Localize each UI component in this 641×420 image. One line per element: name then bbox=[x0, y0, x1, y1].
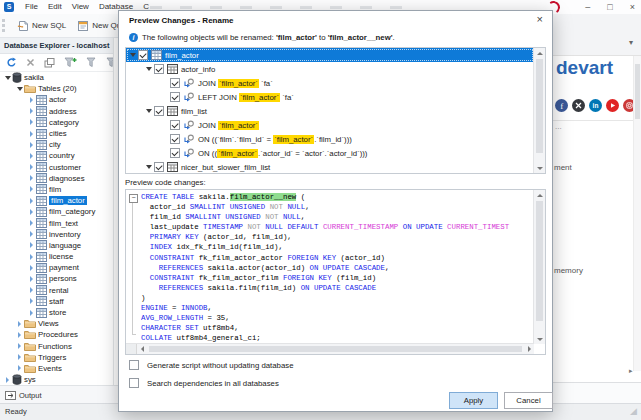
vertical-scrollbar[interactable] bbox=[533, 190, 545, 344]
expand-arrow-icon[interactable] bbox=[27, 220, 36, 226]
checkbox[interactable] bbox=[154, 106, 164, 116]
expand-arrow-icon[interactable] bbox=[128, 53, 137, 57]
expand-arrow-icon[interactable] bbox=[27, 287, 36, 293]
sidebar-item-language[interactable]: language bbox=[0, 240, 113, 251]
expand-arrow-icon[interactable] bbox=[27, 298, 36, 304]
sidebar-item-triggers[interactable]: Triggers bbox=[0, 352, 113, 363]
checkbox[interactable] bbox=[170, 148, 180, 158]
change-row[interactable]: LEFT JOIN `film_actor` `fa` bbox=[126, 90, 534, 104]
scroll-down-arrow-icon[interactable] bbox=[534, 334, 545, 344]
sidebar-item-procedures[interactable]: Procedures bbox=[0, 329, 113, 340]
expand-arrow-icon[interactable] bbox=[27, 175, 36, 181]
checkbox[interactable] bbox=[154, 162, 164, 172]
minimize-button[interactable]: – bbox=[585, 0, 590, 14]
expand-arrow-icon[interactable] bbox=[144, 165, 153, 169]
expand-arrow-icon[interactable] bbox=[15, 365, 24, 371]
expand-arrow-icon[interactable] bbox=[27, 254, 36, 260]
sidebar-item-staff[interactable]: staff bbox=[0, 296, 113, 307]
expand-arrow-icon[interactable] bbox=[15, 332, 24, 338]
checkbox[interactable] bbox=[154, 64, 164, 74]
sidebar-item-city[interactable]: city bbox=[0, 139, 113, 150]
expand-arrow-icon[interactable] bbox=[144, 109, 153, 113]
menu-item-view[interactable]: View bbox=[67, 0, 94, 14]
expand-arrow-icon[interactable] bbox=[27, 108, 36, 114]
change-row[interactable]: JOIN `film_actor` `fa` bbox=[126, 76, 534, 90]
sidebar-item-film-category[interactable]: film_category bbox=[0, 206, 113, 217]
filter-icon[interactable] bbox=[86, 57, 97, 68]
linkedin-icon[interactable]: in bbox=[589, 99, 602, 112]
checkbox[interactable] bbox=[170, 92, 180, 102]
toolbar-button-new-sql[interactable]: New SQL bbox=[17, 20, 66, 32]
change-row[interactable]: JOIN `film_actor` bbox=[126, 118, 534, 132]
apply-button[interactable]: Apply bbox=[449, 392, 498, 409]
sidebar-item-country[interactable]: country bbox=[0, 150, 113, 161]
sidebar-item-address[interactable]: address bbox=[0, 106, 113, 117]
sidebar-item-payment[interactable]: payment bbox=[0, 262, 113, 273]
scroll-right-arrow-icon[interactable] bbox=[524, 344, 534, 354]
change-row[interactable]: film_list bbox=[126, 104, 534, 118]
scrollbar-thumb[interactable] bbox=[536, 201, 543, 321]
change-row[interactable]: nicer_but_slower_film_list bbox=[126, 160, 534, 174]
sidebar-item-sys[interactable]: sys bbox=[0, 374, 113, 385]
sidebar-item-cities[interactable]: cities bbox=[0, 128, 113, 139]
sidebar-item-customer[interactable]: customer bbox=[0, 162, 113, 173]
checkbox[interactable] bbox=[138, 50, 148, 60]
checkbox[interactable] bbox=[170, 134, 180, 144]
expand-arrow-icon[interactable] bbox=[15, 343, 24, 349]
menu-item-file[interactable]: File bbox=[20, 0, 43, 14]
sidebar-item-sakila[interactable]: sakila bbox=[0, 72, 113, 83]
sidebar-item-tables-20[interactable]: Tables (20) bbox=[0, 83, 113, 94]
sidebar-item-license[interactable]: license bbox=[0, 251, 113, 262]
vertical-scrollbar[interactable] bbox=[533, 48, 545, 173]
expand-arrow-icon[interactable] bbox=[27, 186, 36, 192]
code-preview[interactable]: − CREATE TABLE sakila.film_actor__new ( … bbox=[125, 189, 546, 355]
expand-arrow-icon[interactable] bbox=[27, 97, 36, 103]
dialog-close-button[interactable]: × bbox=[537, 13, 543, 25]
filter-clear-icon[interactable] bbox=[106, 57, 113, 68]
x-icon[interactable] bbox=[572, 99, 585, 112]
expand-arrow-icon[interactable] bbox=[27, 119, 36, 125]
expand-arrow-icon[interactable] bbox=[27, 310, 36, 316]
expand-arrow-icon[interactable] bbox=[144, 67, 153, 71]
background-scrollbar[interactable] bbox=[633, 56, 641, 371]
sidebar-item-film-text[interactable]: film_text bbox=[0, 217, 113, 228]
sidebar-item-film-actor[interactable]: film_actor bbox=[0, 195, 113, 206]
sidebar-item-store[interactable]: store bbox=[0, 307, 113, 318]
expand-arrow-icon[interactable] bbox=[27, 164, 36, 170]
scroll-right-arrow-icon[interactable]: ▸ bbox=[629, 367, 633, 375]
expand-arrow-icon[interactable] bbox=[27, 276, 36, 282]
expand-arrow-icon[interactable] bbox=[27, 153, 36, 159]
scroll-up-arrow-icon[interactable] bbox=[534, 48, 545, 58]
expand-arrow-icon[interactable] bbox=[27, 198, 36, 204]
cancel-button[interactable]: Cancel bbox=[504, 392, 553, 409]
sidebar-item-actor[interactable]: actor bbox=[0, 94, 113, 105]
expand-arrow-icon[interactable] bbox=[3, 377, 12, 383]
expand-arrow-icon[interactable] bbox=[27, 142, 36, 148]
youtube-icon[interactable] bbox=[606, 99, 619, 112]
scroll-down-arrow-icon[interactable] bbox=[534, 163, 545, 173]
change-row[interactable]: ON ((`film`.`film_id` = `film_actor`.`fi… bbox=[126, 132, 534, 146]
refresh-icon[interactable] bbox=[6, 57, 17, 68]
change-row[interactable]: ON ((`film_actor`.`actor_id` = `actor`.`… bbox=[126, 146, 534, 160]
expand-arrow-icon[interactable] bbox=[27, 131, 36, 137]
sidebar-item-diagnoses[interactable]: diagnoses bbox=[0, 173, 113, 184]
checkbox[interactable] bbox=[129, 360, 139, 370]
filter-add-icon[interactable] bbox=[64, 57, 77, 68]
chevron-down-icon[interactable]: ▾ bbox=[629, 38, 633, 47]
close-button[interactable]: × bbox=[630, 0, 635, 14]
sidebar-item-persons[interactable]: persons bbox=[0, 273, 113, 284]
splitter-handle[interactable] bbox=[126, 344, 137, 354]
sidebar-item-film[interactable]: film bbox=[0, 184, 113, 195]
change-row[interactable]: actor_info bbox=[126, 62, 534, 76]
sidebar-item-events[interactable]: Events bbox=[0, 363, 113, 374]
expand-arrow-icon[interactable] bbox=[15, 354, 24, 360]
close-icon[interactable] bbox=[26, 58, 35, 67]
expand-arrow-icon[interactable] bbox=[27, 242, 36, 248]
expand-arrow-icon[interactable] bbox=[27, 209, 36, 215]
panel-header[interactable]: Database Explorer - localhost bbox=[0, 38, 113, 54]
change-row[interactable]: film_actor bbox=[126, 48, 534, 62]
sidebar-item-inventory[interactable]: inventory bbox=[0, 229, 113, 240]
checkbox[interactable] bbox=[170, 120, 180, 130]
scroll-left-arrow-icon[interactable] bbox=[137, 344, 147, 354]
scroll-up-arrow-icon[interactable] bbox=[534, 190, 545, 200]
